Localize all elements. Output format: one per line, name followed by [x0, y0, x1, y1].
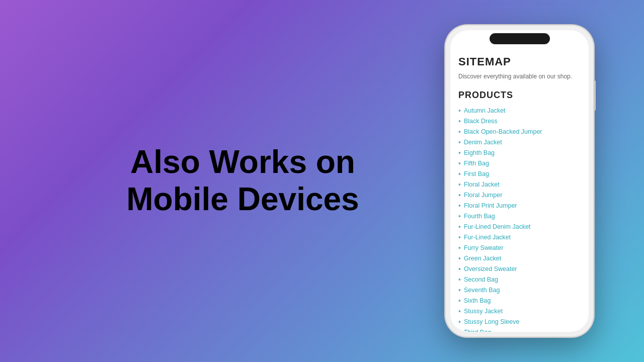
product-link[interactable]: Fur-Lined Denim Jacket — [464, 223, 531, 230]
product-link[interactable]: Denim Jacket — [464, 139, 502, 146]
headline-line1: Also Works on — [130, 144, 355, 180]
list-item[interactable]: Second Bag — [458, 275, 581, 285]
phone-screen: SITEMAP Discover everything available on… — [450, 30, 589, 332]
product-link[interactable]: Floral Jacket — [464, 181, 500, 188]
right-section: SITEMAP Discover everything available on… — [445, 25, 604, 337]
headline-line2: Mobile Devices — [126, 181, 359, 217]
list-item[interactable]: Furry Sweater — [458, 243, 581, 253]
products-title: PRODUCTS — [458, 90, 581, 101]
product-link[interactable]: Second Bag — [464, 276, 498, 283]
product-link[interactable]: Autumn Jacket — [464, 107, 506, 114]
list-item[interactable]: Stussy Long Sleeve — [458, 317, 581, 327]
list-item[interactable]: Fur-Lined Jacket — [458, 232, 581, 243]
left-section: Also Works on Mobile Devices — [40, 144, 445, 218]
sitemap-title: SITEMAP — [458, 55, 581, 68]
list-item[interactable]: Seventh Bag — [458, 285, 581, 296]
product-link[interactable]: Black Dress — [464, 118, 498, 125]
list-item[interactable]: Floral Jacket — [458, 179, 581, 190]
product-link[interactable]: Furry Sweater — [464, 244, 504, 251]
list-item[interactable]: Fur-Lined Denim Jacket — [458, 222, 581, 232]
phone-content[interactable]: SITEMAP Discover everything available on… — [450, 30, 589, 332]
list-item[interactable]: Floral Jumper — [458, 190, 581, 201]
list-item[interactable]: Green Jacket — [458, 253, 581, 264]
list-item[interactable]: Fifth Bag — [458, 158, 581, 169]
main-headline: Also Works on Mobile Devices — [126, 144, 359, 218]
product-link[interactable]: Green Jacket — [464, 255, 501, 262]
product-link[interactable]: Floral Jumper — [464, 192, 502, 199]
product-link[interactable]: Sixth Bag — [464, 297, 491, 304]
list-item[interactable]: Sixth Bag — [458, 296, 581, 306]
product-link[interactable]: Fifth Bag — [464, 160, 489, 167]
product-link[interactable]: Seventh Bag — [464, 287, 500, 294]
list-item[interactable]: First Bag — [458, 169, 581, 179]
product-link[interactable]: Fur-Lined Jacket — [464, 234, 511, 241]
product-link[interactable]: Eighth Bag — [464, 149, 495, 156]
product-link[interactable]: First Bag — [464, 170, 489, 177]
product-list: Autumn JacketBlack DressBlack Open-Backe… — [458, 106, 581, 332]
product-link[interactable]: Fourth Bag — [464, 213, 495, 220]
phone-frame: SITEMAP Discover everything available on… — [445, 25, 594, 337]
product-link[interactable]: Black Open-Backed Jumper — [464, 128, 542, 135]
list-item[interactable]: Third Bag — [458, 327, 581, 332]
sitemap-subtitle: Discover everything available on our sho… — [458, 72, 581, 81]
list-item[interactable]: Stussy Jacket — [458, 306, 581, 317]
list-item[interactable]: Eighth Bag — [458, 148, 581, 158]
product-link[interactable]: Oversized Sweater — [464, 265, 517, 273]
product-link[interactable]: Stussy Jacket — [464, 308, 503, 315]
list-item[interactable]: Oversized Sweater — [458, 264, 581, 275]
list-item[interactable]: Fourth Bag — [458, 211, 581, 222]
product-link[interactable]: Third Bag — [464, 329, 491, 332]
list-item[interactable]: Black Dress — [458, 116, 581, 127]
list-item[interactable]: Floral Print Jumper — [458, 201, 581, 211]
list-item[interactable]: Black Open-Backed Jumper — [458, 127, 581, 137]
list-item[interactable]: Autumn Jacket — [458, 106, 581, 116]
product-link[interactable]: Stussy Long Sleeve — [464, 318, 520, 325]
list-item[interactable]: Denim Jacket — [458, 137, 581, 148]
product-link[interactable]: Floral Print Jumper — [464, 202, 517, 209]
